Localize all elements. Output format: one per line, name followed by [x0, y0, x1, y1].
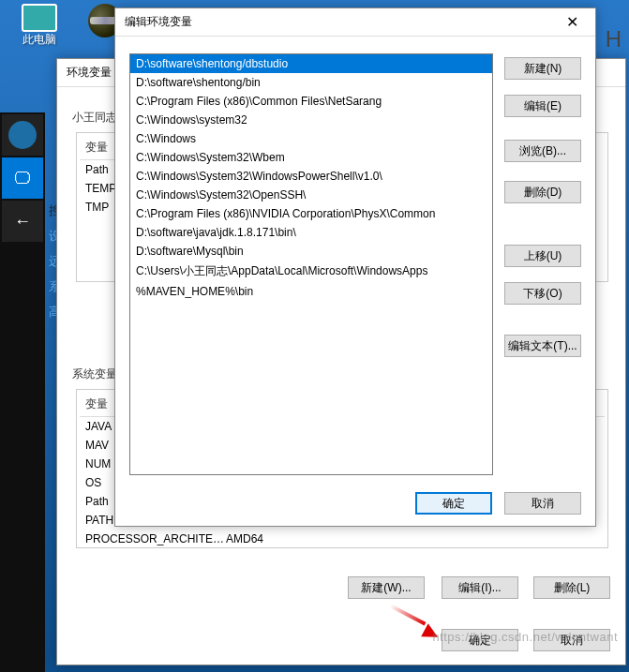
path-entry-row[interactable]: C:\Windows — [130, 129, 492, 148]
desktop-icon-label: 此电脑 — [11, 32, 67, 48]
close-button[interactable]: ✕ — [559, 13, 586, 31]
left-taskbar: 🖵 ← — [0, 112, 45, 672]
path-entry-row[interactable]: D:\software\shentong/dbstudio — [130, 54, 492, 73]
delete-button[interactable]: 删除(D) — [504, 181, 581, 203]
move-down-button[interactable]: 下移(O) — [504, 282, 581, 305]
path-entries-listbox[interactable]: D:\software\shentong/dbstudioD:\software… — [129, 53, 493, 475]
path-entry-row[interactable]: C:\Windows\System32\WindowsPowerShell\v1… — [130, 167, 492, 186]
path-entry-row[interactable]: C:\Windows\System32\Wbem — [130, 148, 492, 167]
window-letter-h: H — [606, 26, 622, 52]
path-entry-row[interactable]: C:\Program Files (x86)\NVIDIA Corporatio… — [130, 204, 492, 223]
group-sys-vars-label: 系统变量 — [72, 366, 117, 382]
monitor-icon — [22, 4, 57, 32]
title-text: 编辑环境变量 — [125, 14, 192, 30]
path-entry-row[interactable]: C:\Users\小王同志\AppData\Local\Microsoft\Wi… — [130, 261, 492, 282]
delete-sys-button[interactable]: 删除(L) — [533, 576, 610, 599]
path-entry-row[interactable]: D:\software\shentong/bin — [130, 73, 492, 92]
desktop-icon-this-pc[interactable]: 此电脑 — [11, 4, 67, 48]
path-entry-row[interactable]: D:\software\Mysql\bin — [130, 242, 492, 261]
path-entry-row[interactable]: C:\Windows\system32 — [130, 111, 492, 129]
browse-button[interactable]: 浏览(B)... — [504, 140, 581, 162]
new-button[interactable]: 新建(N) — [504, 57, 581, 80]
path-entry-row[interactable]: D:\software\java\jdk.1.8.171\bin\ — [130, 223, 492, 242]
back-icon[interactable]: ← — [2, 201, 43, 242]
table-row[interactable]: PROCESSOR_ARCHITECT...AMD64 — [80, 530, 605, 548]
ok-button-envvars[interactable]: 确定 — [442, 629, 518, 651]
new-sys-button[interactable]: 新建(W)... — [348, 576, 425, 599]
cortana-icon[interactable] — [2, 114, 43, 156]
edit-text-button[interactable]: 编辑文本(T)... — [504, 335, 581, 357]
system-icon[interactable]: 🖵 — [2, 157, 43, 199]
ok-button-editenv[interactable]: 确定 — [415, 492, 492, 515]
path-entry-row[interactable]: %MAVEN_HOME%\bin — [130, 282, 492, 301]
window-edit-env-variable: 编辑环境变量 ✕ D:\software\shentong/dbstudioD:… — [114, 7, 596, 527]
cancel-button-envvars[interactable]: 取消 — [533, 629, 610, 651]
path-entry-row[interactable]: C:\Program Files (x86)\Common Files\NetS… — [130, 92, 492, 111]
edit-sys-button[interactable]: 编辑(I)... — [442, 576, 518, 599]
edit-button[interactable]: 编辑(E) — [504, 95, 581, 117]
path-entry-row[interactable]: C:\Windows\System32\OpenSSH\ — [130, 186, 492, 204]
title-text: 环境变量 — [67, 65, 112, 81]
move-up-button[interactable]: 上移(U) — [504, 245, 581, 267]
titlebar-editenv: 编辑环境变量 ✕ — [115, 8, 595, 37]
cancel-button-editenv[interactable]: 取消 — [504, 492, 581, 515]
